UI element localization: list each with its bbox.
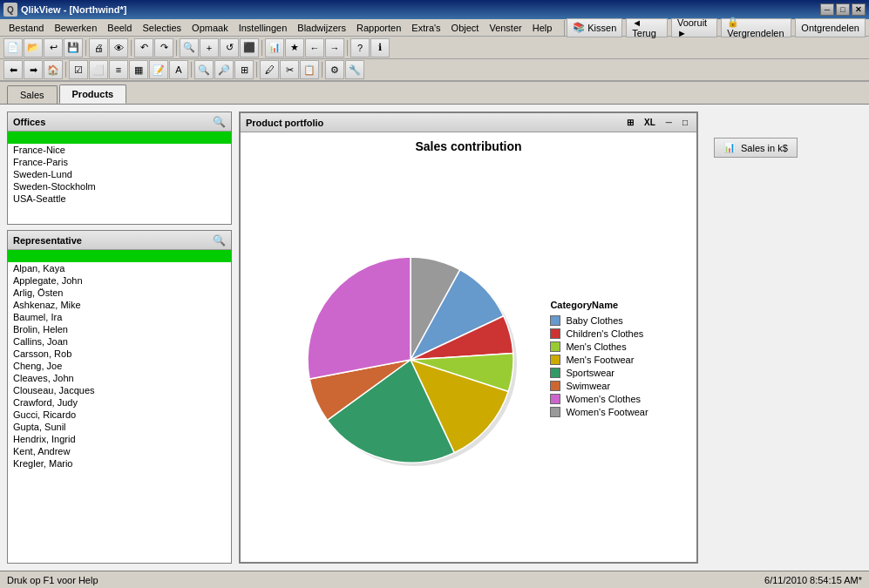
list-item[interactable]: Alpan, Kaya bbox=[8, 262, 231, 274]
menu-object[interactable]: Object bbox=[446, 21, 485, 35]
list-item[interactable]: Clouseau, Jacques bbox=[8, 384, 231, 396]
menu-opmaak[interactable]: Opmaak bbox=[187, 21, 234, 35]
list-item[interactable]: Applegate, John bbox=[8, 274, 231, 287]
sep4 bbox=[261, 40, 262, 56]
menu-selecties[interactable]: Selecties bbox=[137, 21, 187, 35]
list-item[interactable]: Cheng, Joe bbox=[8, 360, 231, 372]
offices-search-icon[interactable]: 🔍 bbox=[213, 116, 226, 128]
chart-max-btn[interactable]: □ bbox=[679, 118, 691, 127]
tb-back[interactable]: ↩ bbox=[44, 38, 63, 57]
ontgrendelen-btn[interactable]: Ontgrendelen bbox=[795, 18, 866, 37]
list-item[interactable]: Sweden-Lund bbox=[8, 168, 231, 180]
tb-bookmark[interactable]: ★ bbox=[285, 38, 304, 57]
tb2-6[interactable]: ≡ bbox=[109, 60, 128, 79]
chart-header: Product portfolio ⊞ XL ─ □ bbox=[241, 113, 696, 132]
tb-save[interactable]: 💾 bbox=[64, 38, 83, 57]
tb2-7[interactable]: ▦ bbox=[129, 60, 148, 79]
menu-bewerken[interactable]: Bewerken bbox=[49, 21, 102, 35]
list-item[interactable]: Brolin, Helen bbox=[8, 323, 231, 335]
tb2-3[interactable]: 🏠 bbox=[44, 60, 63, 79]
tab-products[interactable]: Products bbox=[59, 84, 127, 104]
chart-window-title: Product portfolio bbox=[246, 118, 323, 128]
tb2-17[interactable]: 🔧 bbox=[345, 60, 364, 79]
tb2-9[interactable]: A bbox=[169, 60, 188, 79]
list-item[interactable]: USA-Seattle bbox=[8, 193, 231, 205]
tb2-8[interactable]: 📝 bbox=[149, 60, 168, 79]
list-item[interactable]: Sweden-Stockholm bbox=[8, 180, 231, 193]
pie-segment[interactable] bbox=[308, 257, 411, 379]
list-item[interactable] bbox=[8, 132, 231, 144]
chart-min-btn[interactable]: ─ bbox=[662, 118, 676, 127]
tb2-11[interactable]: 🔎 bbox=[214, 60, 234, 79]
tb-open[interactable]: 📂 bbox=[24, 38, 43, 57]
vergrendelen-btn[interactable]: 🔒 Vergrendelen bbox=[721, 18, 791, 37]
list-item[interactable]: Ashkenaz, Mike bbox=[8, 299, 231, 311]
tb-info[interactable]: ℹ bbox=[370, 38, 390, 57]
tb-chart[interactable]: 📊 bbox=[265, 38, 284, 57]
list-item[interactable]: Baumel, Ira bbox=[8, 311, 231, 323]
sales-button[interactable]: 📊 Sales in k$ bbox=[714, 138, 798, 158]
tb2-10[interactable]: 🔍 bbox=[194, 60, 214, 79]
tb2-14[interactable]: ✂ bbox=[280, 60, 299, 79]
terug-btn[interactable]: ◄ Terug bbox=[626, 18, 668, 37]
list-item[interactable]: France-Nice bbox=[8, 144, 231, 156]
tb2-4[interactable]: ☑ bbox=[69, 60, 88, 79]
list-item[interactable]: France-Paris bbox=[8, 156, 231, 168]
list-item[interactable]: Crawford, Judy bbox=[8, 396, 231, 409]
menu-beeld[interactable]: Beeld bbox=[102, 21, 137, 35]
offices-header: Offices 🔍 bbox=[8, 112, 231, 132]
list-item[interactable]: Hendrix, Ingrid bbox=[8, 433, 231, 445]
tb-fwd[interactable]: → bbox=[325, 38, 344, 57]
list-item[interactable]: Gucci, Ricardo bbox=[8, 409, 231, 421]
tb2-5[interactable]: ⬜ bbox=[89, 60, 108, 79]
menu-extras[interactable]: Extra's bbox=[406, 21, 445, 35]
maximize-btn[interactable]: □ bbox=[836, 3, 850, 16]
list-item[interactable] bbox=[8, 250, 231, 262]
tb-refresh[interactable]: ↺ bbox=[220, 38, 239, 57]
list-item[interactable]: Kregler, Mario bbox=[8, 457, 231, 470]
menu-bladwijzers[interactable]: Bladwijzers bbox=[292, 21, 351, 35]
tb-plus[interactable]: + bbox=[200, 38, 219, 57]
menu-bestand[interactable]: Bestand bbox=[3, 21, 49, 35]
sep2 bbox=[131, 40, 132, 56]
list-item[interactable]: Callins, Joan bbox=[8, 335, 231, 348]
rep-search-icon[interactable]: 🔍 bbox=[213, 234, 226, 247]
list-item[interactable]: Carsson, Rob bbox=[8, 348, 231, 360]
tb-help[interactable]: ? bbox=[350, 38, 370, 57]
tb-find[interactable]: 🔍 bbox=[180, 38, 199, 57]
tb2-15[interactable]: 📋 bbox=[300, 60, 319, 79]
tb2-13[interactable]: 🖊 bbox=[260, 60, 279, 79]
legend-label: Men's Footwear bbox=[566, 355, 634, 365]
kissen-btn[interactable]: 📚 Kissen bbox=[567, 18, 622, 37]
vooruit-btn[interactable]: Vooruit ► bbox=[671, 18, 717, 37]
list-item[interactable]: Gupta, Sunil bbox=[8, 421, 231, 433]
chart-grid-btn[interactable]: ⊞ bbox=[623, 118, 637, 127]
menu-instellingen[interactable]: Instellingen bbox=[234, 21, 293, 35]
list-item[interactable]: Arlig, Östen bbox=[8, 287, 231, 299]
tb2-1[interactable]: ⬅ bbox=[3, 60, 23, 79]
menu-venster[interactable]: Venster bbox=[484, 21, 526, 35]
menu-help[interactable]: Help bbox=[527, 21, 558, 35]
tb-back2[interactable]: ← bbox=[305, 38, 324, 57]
chart-xl-btn[interactable]: XL bbox=[641, 118, 659, 127]
close-btn[interactable]: ✕ bbox=[852, 3, 866, 16]
main-content: Offices 🔍 France-Nice France-Paris Swede… bbox=[0, 105, 869, 571]
tb-stop[interactable]: ⬛ bbox=[240, 38, 259, 57]
toolbar-right: 📚 Kissen ◄ Terug Vooruit ► 🔒 Vergrendele… bbox=[567, 18, 866, 37]
menu-rapporten[interactable]: Rapporten bbox=[351, 21, 406, 35]
tb-preview[interactable]: 👁 bbox=[109, 38, 128, 57]
list-item[interactable]: Kent, Andrew bbox=[8, 445, 231, 457]
legend-color-womens-footwear bbox=[550, 407, 560, 417]
tb-print[interactable]: 🖨 bbox=[89, 38, 108, 57]
tb2-2[interactable]: ➡ bbox=[24, 60, 43, 79]
sep3 bbox=[176, 40, 177, 56]
tb-redo[interactable]: ↷ bbox=[154, 38, 173, 57]
tb-new[interactable]: 📄 bbox=[3, 38, 23, 57]
tab-sales[interactable]: Sales bbox=[7, 85, 58, 104]
list-item[interactable]: Cleaves, John bbox=[8, 372, 231, 384]
minimize-btn[interactable]: ─ bbox=[820, 3, 834, 16]
tb-undo[interactable]: ↶ bbox=[134, 38, 153, 57]
toolbar-2: ⬅ ➡ 🏠 ☑ ⬜ ≡ ▦ 📝 A 🔍 🔎 ⊞ 🖊 ✂ 📋 ⚙ 🔧 bbox=[0, 59, 869, 82]
tb2-12[interactable]: ⊞ bbox=[234, 60, 254, 79]
tb2-16[interactable]: ⚙ bbox=[325, 60, 344, 79]
